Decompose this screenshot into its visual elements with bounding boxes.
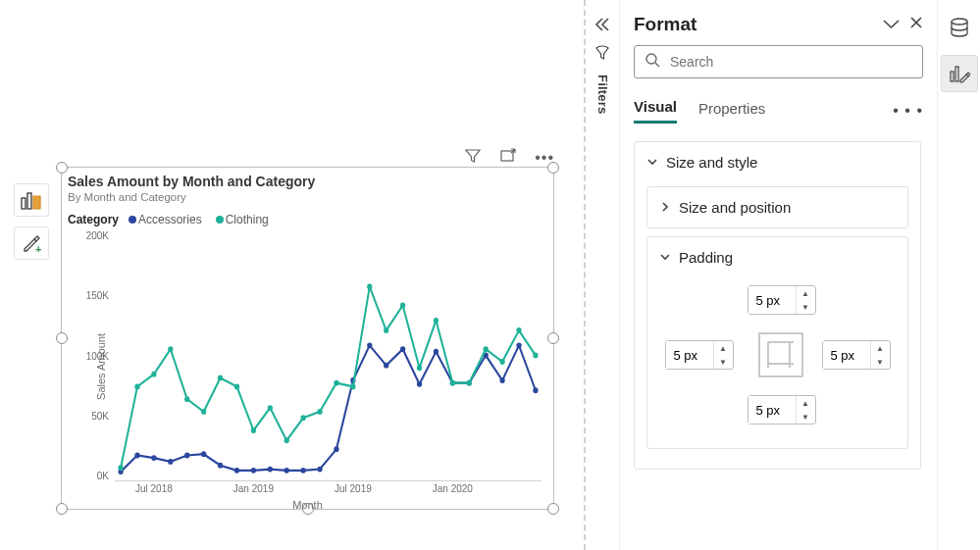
search-input[interactable] <box>668 53 912 71</box>
svg-rect-60 <box>955 67 958 81</box>
svg-point-55 <box>533 353 538 359</box>
svg-point-34 <box>184 396 189 402</box>
svg-point-28 <box>516 342 521 348</box>
padding-preview-box <box>758 332 803 377</box>
padding-bottom-value[interactable] <box>748 396 796 424</box>
padding-left-input[interactable]: ▲▼ <box>665 340 734 370</box>
card-title: Padding <box>679 249 733 266</box>
resize-handle-tr[interactable] <box>547 162 559 174</box>
padding-bottom-input[interactable]: ▲▼ <box>748 395 816 425</box>
svg-point-21 <box>400 346 405 352</box>
svg-point-39 <box>268 405 273 411</box>
padding-right-input[interactable]: ▲▼ <box>822 340 891 370</box>
card-header-size-position[interactable]: Size and position <box>647 187 907 227</box>
chart-legend: Category Accessories Clothing <box>68 213 547 226</box>
chart-subtitle: By Month and Category <box>68 191 547 203</box>
legend-swatch <box>129 216 136 224</box>
svg-point-30 <box>118 465 123 471</box>
padding-left-value[interactable] <box>666 341 713 369</box>
format-search[interactable] <box>634 45 923 78</box>
padding-right-value[interactable] <box>823 341 870 369</box>
visual-selection-frame[interactable]: Sales Amount by Month and Category By Mo… <box>61 167 554 510</box>
visual-tools-rail: + <box>14 183 49 260</box>
svg-point-33 <box>168 346 173 352</box>
resize-handle-br[interactable] <box>547 503 559 515</box>
svg-rect-1 <box>27 193 31 209</box>
y-tick: 100K <box>81 351 109 362</box>
y-axis-ticks: 200K 150K 100K 50K 0K <box>81 230 109 481</box>
svg-point-22 <box>417 381 422 387</box>
expand-filters-icon[interactable] <box>593 18 611 35</box>
data-pane-button[interactable] <box>941 10 978 47</box>
filters-rail-label[interactable]: Filters <box>595 75 610 114</box>
card-padding: Padding ▲▼ ▲▼ <box>646 236 908 449</box>
spin-down-icon[interactable]: ▼ <box>797 300 815 314</box>
legend-item-accessories[interactable]: Accessories <box>129 213 202 226</box>
spin-up-icon[interactable]: ▲ <box>797 396 815 410</box>
spin-down-icon[interactable]: ▼ <box>797 410 815 424</box>
line-chart-visual[interactable]: Sales Amount by Month and Category By Mo… <box>68 174 547 503</box>
resize-handle-ml[interactable] <box>56 332 68 344</box>
resize-handle-mr[interactable] <box>547 332 559 344</box>
svg-point-31 <box>134 383 139 389</box>
tab-visual[interactable]: Visual <box>634 98 677 124</box>
x-tick: Jul 2019 <box>335 483 372 494</box>
card-header-size-style[interactable]: Size and style <box>635 142 920 182</box>
spin-down-icon[interactable]: ▼ <box>714 355 733 369</box>
y-tick: 200K <box>81 230 109 241</box>
svg-point-41 <box>300 415 305 421</box>
tab-properties[interactable]: Properties <box>698 100 765 123</box>
right-tool-rail <box>937 0 980 550</box>
card-title: Size and style <box>666 154 757 171</box>
padding-controls: ▲▼ ▲▼ ▲▼ <box>665 281 891 428</box>
svg-line-57 <box>655 63 659 67</box>
svg-point-8 <box>184 453 189 459</box>
format-pane-button[interactable] <box>941 55 978 92</box>
legend-item-clothing[interactable]: Clothing <box>216 213 269 226</box>
svg-point-43 <box>334 380 338 386</box>
padding-top-input[interactable]: ▲▼ <box>748 285 816 315</box>
chevron-down-icon <box>659 249 671 266</box>
visual-header-toolbar: ••• <box>464 147 554 169</box>
chevron-right-icon <box>659 199 671 216</box>
svg-point-15 <box>300 468 305 474</box>
svg-point-37 <box>234 383 239 389</box>
padding-top-value[interactable] <box>748 286 796 314</box>
build-visual-button[interactable] <box>14 183 49 217</box>
close-pane-icon[interactable] <box>909 16 923 33</box>
svg-point-16 <box>317 467 322 473</box>
plot-region[interactable] <box>115 230 542 481</box>
spin-up-icon[interactable]: ▲ <box>797 286 815 300</box>
svg-point-56 <box>646 54 656 64</box>
card-size-position: Size and position <box>646 186 908 228</box>
x-tick: Jan 2020 <box>433 483 473 494</box>
spin-up-icon[interactable]: ▲ <box>871 341 890 355</box>
card-header-padding[interactable]: Padding <box>647 237 907 277</box>
x-axis-ticks: Jul 2018Jan 2019Jul 2019Jan 2020 <box>115 483 542 497</box>
filters-funnel-icon[interactable] <box>594 45 610 65</box>
svg-point-9 <box>201 451 206 457</box>
svg-point-45 <box>367 283 372 289</box>
svg-point-20 <box>384 363 388 369</box>
resize-handle-tl[interactable] <box>56 162 68 174</box>
svg-point-51 <box>467 380 472 386</box>
search-icon <box>645 52 660 72</box>
tabs-more-icon[interactable]: • • • <box>893 102 923 120</box>
spin-up-icon[interactable]: ▲ <box>714 341 733 355</box>
focus-mode-icon[interactable] <box>499 147 517 169</box>
filter-icon[interactable] <box>464 147 482 169</box>
card-size-and-style: Size and style Size and position Padding <box>634 141 921 470</box>
collapse-pane-icon[interactable] <box>883 16 900 33</box>
svg-point-23 <box>434 349 438 355</box>
report-canvas[interactable]: + ••• Sales Amount by Month and Category… <box>0 0 584 550</box>
svg-point-5 <box>134 453 139 459</box>
svg-point-47 <box>400 303 405 309</box>
format-visual-button[interactable]: + <box>14 226 49 260</box>
resize-handle-bl[interactable] <box>56 503 68 515</box>
svg-point-10 <box>218 463 223 469</box>
legend-label: Accessories <box>138 213 202 226</box>
svg-point-11 <box>234 468 239 474</box>
spin-down-icon[interactable]: ▼ <box>871 355 890 369</box>
svg-rect-0 <box>22 198 26 209</box>
x-tick: Jul 2018 <box>135 483 173 494</box>
